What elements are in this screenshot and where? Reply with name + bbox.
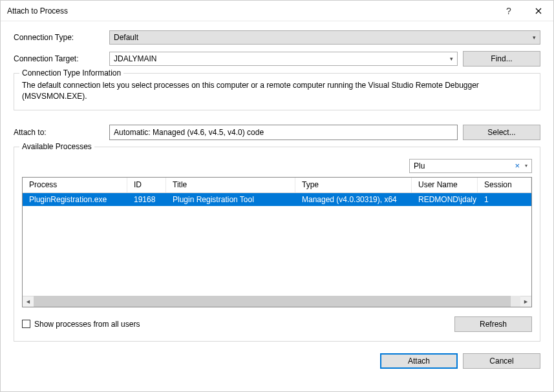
col-header-type[interactable]: Type: [295, 178, 412, 192]
process-filter-box[interactable]: × ▾: [409, 159, 532, 173]
chevron-down-icon: ▾: [450, 56, 453, 62]
clear-filter-icon[interactable]: ×: [513, 161, 521, 170]
show-all-users-label: Show processes from all users: [34, 320, 140, 329]
col-header-id[interactable]: ID: [127, 178, 166, 192]
table-row[interactable]: PluginRegistration.exe 19168 Plugin Regi…: [23, 193, 531, 206]
cell-user: REDMOND\jdaly: [412, 193, 478, 206]
connection-target-label: Connection Target:: [14, 54, 104, 63]
scroll-left-icon[interactable]: ◄: [23, 296, 34, 307]
scroll-right-icon[interactable]: ►: [520, 296, 531, 307]
checkbox-box: [22, 320, 30, 328]
available-processes-legend: Available Processes: [19, 142, 94, 151]
cell-process: PluginRegistration.exe: [23, 193, 127, 206]
connection-type-value: Default: [114, 33, 138, 42]
col-header-user[interactable]: User Name: [412, 178, 478, 192]
process-table: Process ID Title Type User Name Session …: [22, 177, 532, 307]
dialog-title: Attach to Process: [7, 6, 494, 15]
help-button[interactable]: ?: [494, 1, 524, 21]
cell-type: Managed (v4.0.30319), x64: [295, 193, 412, 206]
connection-target-select[interactable]: JDALYMAIN ▾: [109, 52, 458, 66]
close-button[interactable]: [524, 1, 553, 21]
col-header-process[interactable]: Process: [23, 178, 127, 192]
col-header-session[interactable]: Session: [478, 178, 531, 192]
cell-id: 19168: [127, 193, 166, 206]
show-all-users-checkbox[interactable]: Show processes from all users: [22, 320, 140, 329]
process-filter-input[interactable]: [414, 161, 511, 170]
close-icon: [535, 8, 542, 14]
connection-type-label: Connection Type:: [14, 33, 104, 42]
titlebar: Attach to Process ?: [1, 1, 553, 21]
select-button[interactable]: Select...: [463, 125, 540, 140]
attach-to-label: Attach to:: [14, 128, 104, 137]
connection-target-value: JDALYMAIN: [114, 54, 156, 63]
connection-info-legend: Connection Type Information: [19, 68, 123, 77]
connection-type-select[interactable]: Default ▾: [109, 30, 540, 45]
attach-button[interactable]: Attach: [380, 353, 458, 369]
chevron-down-icon: ▾: [533, 34, 536, 41]
find-button[interactable]: Find...: [463, 51, 540, 67]
refresh-button[interactable]: Refresh: [454, 316, 532, 332]
col-header-title[interactable]: Title: [166, 178, 295, 192]
cell-title: Plugin Registration Tool: [166, 193, 295, 206]
cancel-button[interactable]: Cancel: [463, 353, 540, 369]
connection-info-text: The default connection lets you select p…: [22, 80, 532, 102]
horizontal-scrollbar[interactable]: ◄ ►: [23, 296, 531, 307]
attach-to-field: Automatic: Managed (v4.6, v4.5, v4.0) co…: [109, 125, 458, 140]
attach-to-value: Automatic: Managed (v4.6, v4.5, v4.0) co…: [114, 128, 264, 137]
cell-session: 1: [478, 193, 531, 206]
table-header: Process ID Title Type User Name Session: [23, 178, 531, 193]
chevron-down-icon[interactable]: ▾: [524, 163, 529, 169]
